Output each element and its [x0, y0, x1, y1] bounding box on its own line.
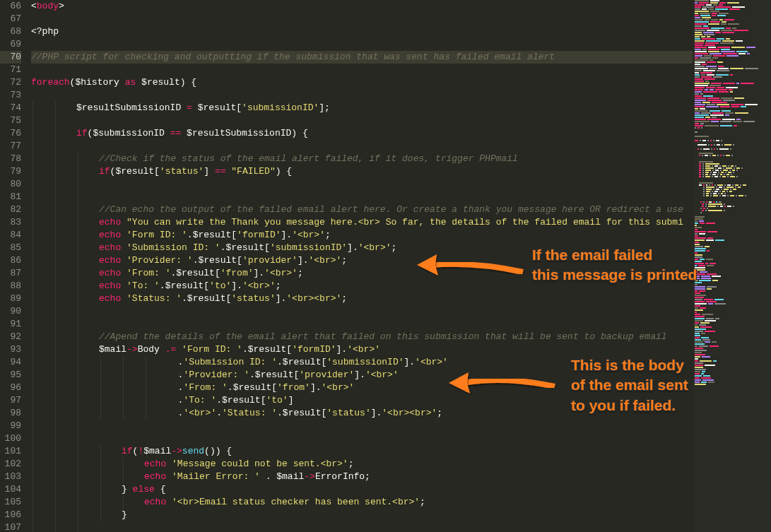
code-line[interactable]: //PHP script for checking and outputting…	[31, 51, 693, 64]
line-number: 99	[0, 420, 21, 432]
line-number: 66	[0, 0, 21, 13]
line-number: 67	[0, 13, 21, 25]
line-number: 73	[0, 89, 21, 102]
code-line[interactable]: .'Provider: '.$result['provider'].'<br>'	[31, 369, 693, 382]
line-number: 90	[0, 305, 21, 318]
code-line[interactable]: echo 'Provider: '.$result['provider'].'<…	[31, 254, 693, 267]
line-number: 71	[0, 64, 21, 76]
line-number: 87	[0, 267, 21, 280]
code-line[interactable]: <body>	[31, 0, 693, 13]
code-line[interactable]	[31, 432, 693, 445]
line-number: 83	[0, 216, 21, 229]
code-line[interactable]: foreach($history as $result) {	[31, 76, 693, 89]
line-number: 78	[0, 153, 21, 165]
line-number: 80	[0, 178, 21, 191]
code-line[interactable]: if($result['status'] == "FAILED") {	[31, 165, 693, 178]
line-number: 81	[0, 191, 21, 203]
code-line[interactable]: if($submissionID == $resultSubmissionID)…	[31, 127, 693, 140]
code-line[interactable]: echo 'Status: '.$result['status'].'<br><…	[31, 292, 693, 305]
code-line[interactable]	[31, 191, 693, 203]
line-number: 107	[0, 521, 21, 532]
line-number: 103	[0, 471, 21, 483]
code-line[interactable]	[31, 89, 693, 102]
minimap[interactable]	[693, 0, 771, 532]
code-line[interactable]: //Check if the status of the email alert…	[31, 153, 693, 165]
line-number: 91	[0, 318, 21, 331]
code-line[interactable]: //Apend the details of the email alert t…	[31, 331, 693, 343]
code-line[interactable]: echo 'Form ID: '.$result['formID'].'<br>…	[31, 229, 693, 242]
code-line[interactable]: $resultSubmissionID = $result['submissio…	[31, 102, 693, 114]
code-line[interactable]	[31, 140, 693, 153]
code-editor[interactable]: 6667686970717273747576777879808182838485…	[0, 0, 693, 532]
line-number: 76	[0, 127, 21, 140]
line-number: 82	[0, 203, 21, 216]
code-line[interactable]	[31, 64, 693, 76]
code-line[interactable]: echo 'From: '.$result['from'].'<br>';	[31, 267, 693, 280]
line-number: 97	[0, 394, 21, 407]
line-number: 79	[0, 165, 21, 178]
line-number: 102	[0, 458, 21, 471]
line-number: 106	[0, 509, 21, 521]
line-number: 75	[0, 114, 21, 127]
line-number: 70	[0, 51, 21, 64]
code-area[interactable]: <body><?php//PHP script for checking and…	[28, 0, 693, 532]
code-line[interactable]: echo 'Message could not be sent.<br>';	[31, 458, 693, 471]
line-number: 86	[0, 254, 21, 267]
code-line[interactable]: $mail->Body .= 'Form ID: '.$result['form…	[31, 343, 693, 356]
line-number: 105	[0, 496, 21, 509]
code-line[interactable]: }	[31, 509, 693, 521]
line-number: 92	[0, 331, 21, 343]
code-line[interactable]	[31, 114, 693, 127]
line-number: 96	[0, 382, 21, 394]
code-line[interactable]: echo 'Mailer Error: ' . $mail->ErrorInfo…	[31, 471, 693, 483]
code-line[interactable]: <?php	[31, 25, 693, 38]
line-number: 95	[0, 369, 21, 382]
line-number: 98	[0, 407, 21, 420]
code-line[interactable]	[31, 305, 693, 318]
code-line[interactable]	[31, 13, 693, 25]
line-number: 69	[0, 38, 21, 51]
line-number: 72	[0, 76, 21, 89]
code-line[interactable]: echo 'Submission ID: '.$result['submissi…	[31, 242, 693, 254]
code-line[interactable]	[31, 318, 693, 331]
line-number: 84	[0, 229, 21, 242]
line-number: 85	[0, 242, 21, 254]
line-number-gutter: 6667686970717273747576777879808182838485…	[0, 0, 28, 532]
line-number: 68	[0, 25, 21, 38]
line-number: 88	[0, 280, 21, 292]
code-line[interactable]: echo "You can write the Thank you messag…	[31, 216, 693, 229]
line-number: 74	[0, 102, 21, 114]
code-line[interactable]: echo 'To: '.$result['to'].'<br>';	[31, 280, 693, 292]
line-number: 101	[0, 445, 21, 458]
line-number: 100	[0, 432, 21, 445]
code-line[interactable]: .'To: '.$result['to']	[31, 394, 693, 407]
code-line[interactable]: if(!$mail->send()) {	[31, 445, 693, 458]
code-line[interactable]: .'<br>'.'Status: '.$result['status'].'<b…	[31, 407, 693, 420]
code-line[interactable]	[31, 420, 693, 432]
line-number: 89	[0, 292, 21, 305]
code-line[interactable]	[31, 521, 693, 532]
line-number: 104	[0, 483, 21, 496]
code-line[interactable]	[31, 178, 693, 191]
line-number: 77	[0, 140, 21, 153]
line-number: 93	[0, 343, 21, 356]
code-line[interactable]	[31, 38, 693, 51]
code-line[interactable]: echo '<br>Email status checker has been …	[31, 496, 693, 509]
line-number: 94	[0, 356, 21, 369]
code-line[interactable]: } else {	[31, 483, 693, 496]
code-line[interactable]: .'From: '.$result['from'].'<br>'	[31, 382, 693, 394]
code-line[interactable]: .'Submission ID: '.$result['submissionID…	[31, 356, 693, 369]
code-line[interactable]: //Can echo the output of the failed emai…	[31, 203, 693, 216]
